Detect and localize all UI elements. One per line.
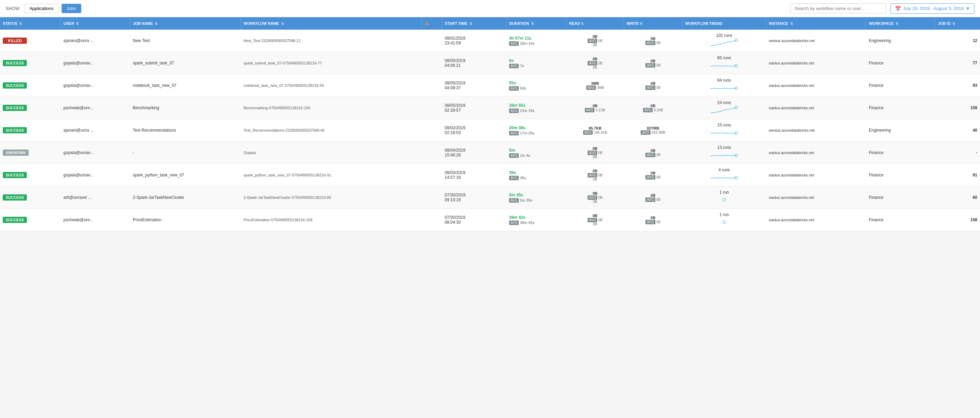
- duration-value: 6s: [509, 58, 563, 63]
- col-job-id[interactable]: JOB ID ⇅: [935, 17, 980, 30]
- col-start-time[interactable]: START TIME ⇅: [442, 17, 506, 30]
- chevron-down-icon: ▼: [966, 6, 970, 11]
- status-badge: SUCCESS: [3, 60, 27, 66]
- duration-cell: 38s AVG45s: [506, 164, 566, 187]
- job-name-cell: PriceEstimation: [130, 209, 241, 231]
- table-row[interactable]: SUCCESS sjanani@unra ... Test Recommenda…: [0, 119, 980, 142]
- duration-cell: 4h 57m 11s AVG29m 14s: [506, 30, 566, 52]
- table-row[interactable]: SUCCESS arti@unravel ... 2-Spark-JarTask…: [0, 187, 980, 209]
- trend-cell: 15 runs: [682, 119, 766, 142]
- user-cell: gopala@unrav...: [60, 52, 130, 75]
- status-badge: UNKNOWN: [3, 150, 29, 156]
- duration-value: 38s: [509, 170, 563, 175]
- start-time-cell: 08/05/201902:39:57: [442, 97, 506, 119]
- warn-cell: [422, 142, 442, 164]
- table-row[interactable]: SUCCESS gopala@unrav... spark_submit_tas…: [0, 52, 980, 75]
- top-bar: SHOW Applications Jobs 📅 July 29, 2019 -…: [0, 0, 980, 17]
- duration-value: 20m 48s: [509, 125, 563, 130]
- duration-avg: AVG7s: [509, 64, 563, 68]
- read-avg: AVG0B: [569, 38, 621, 43]
- trend-sparkline: [685, 218, 763, 227]
- read-avg: AVG3.1GB: [569, 108, 621, 112]
- write-value: 0B: [627, 81, 679, 85]
- col-workspace[interactable]: WORKSPACE ⇅: [866, 17, 935, 30]
- job-name-cell: Benchmarking: [130, 97, 241, 119]
- jobs-button[interactable]: Jobs: [62, 4, 81, 13]
- date-picker[interactable]: 📅 July 29, 2019 - August 5, 2019 ▼: [891, 3, 975, 14]
- col-job-name[interactable]: JOB NAME ⇅: [130, 17, 241, 30]
- table-header-row: STATUS ⇅ USER ⇅ JOB NAME ⇅ WORKFLOW NAME…: [0, 17, 980, 30]
- start-time-cell: 08/02/201902:18:03: [442, 119, 506, 142]
- user-cell: pschwab@unr...: [60, 209, 130, 231]
- trend-cell: 24 runs: [682, 97, 766, 119]
- trend-sparkline: [685, 61, 763, 71]
- trend-runs: 4 runs: [685, 168, 763, 172]
- write-avg: AVG0B: [627, 220, 679, 224]
- calendar-icon: 📅: [895, 6, 901, 11]
- trend-cell: 4 runs: [682, 164, 766, 187]
- write-value: 827MB: [627, 126, 679, 130]
- duration-cell: 6s AVG7s: [506, 52, 566, 75]
- warn-cell: [422, 52, 442, 75]
- table-row[interactable]: SUCCESS pschwab@unr... PriceEstimation P…: [0, 209, 980, 231]
- write-avg: AVG0B: [627, 63, 679, 67]
- col-duration[interactable]: DURATION ⇅: [506, 17, 566, 30]
- read-value: 0B: [569, 214, 621, 218]
- read-avg: AVG3MB: [569, 85, 621, 90]
- read-cell: 3MB AVG3MB: [566, 75, 624, 97]
- read-cell: 0B AVG0B 0B: [566, 209, 624, 231]
- status-cell: SUCCESS: [0, 164, 60, 187]
- col-status[interactable]: STATUS ⇅: [0, 17, 60, 30]
- status-cell: SUCCESS: [0, 97, 60, 119]
- read-avg: AVG0B: [569, 218, 621, 222]
- instance-cell: eastus.azuredatabricks.net: [766, 75, 866, 97]
- read-avg2: 0B: [569, 43, 621, 47]
- user-cell: pschwab@unr...: [60, 97, 130, 119]
- write-value: 0B: [627, 171, 679, 175]
- warn-cell: [422, 187, 442, 209]
- col-instance[interactable]: INSTANCE ⇅: [766, 17, 866, 30]
- start-time-cell: 08/05/201904:06:21: [442, 52, 506, 75]
- duration-avg: AVG23m 19s: [509, 108, 563, 113]
- col-workflow-trend[interactable]: WORKFLOW TREND: [682, 17, 766, 30]
- table-row[interactable]: SUCCESS gopala@unrav... notebook_task_ne…: [0, 75, 980, 97]
- instance-cell: eastus.azuredatabricks.net: [766, 97, 866, 119]
- trend-sparkline: [685, 173, 763, 183]
- workspace-cell: Finance: [866, 52, 935, 75]
- trend-runs: 13 runs: [685, 145, 763, 150]
- start-time-cell: 08/01/201923:41:59: [442, 30, 506, 52]
- table-row[interactable]: KILLED sjanani@unra ... New Test New_Tes…: [0, 30, 980, 52]
- start-time-cell: 08/05/201904:08:37: [442, 75, 506, 97]
- job-name-cell: spark_python_task_new_07: [130, 164, 241, 187]
- trend-cell: 1 run: [682, 209, 766, 231]
- workspace-cell: Finance: [866, 209, 935, 231]
- col-write[interactable]: WRITE⇅: [624, 17, 682, 30]
- applications-button[interactable]: Applications: [24, 4, 59, 13]
- jobid-cell: 158: [935, 209, 980, 231]
- trend-sparkline: [685, 39, 763, 48]
- trend-sparkline: [685, 129, 763, 138]
- search-input[interactable]: [790, 3, 886, 13]
- col-user[interactable]: USER ⇅: [60, 17, 130, 30]
- warn-cell: [422, 209, 442, 231]
- read-value: 0B: [569, 35, 621, 38]
- duration-cell: 5m 35s AVG5m 35s: [506, 187, 566, 209]
- write-cell: 0B AVG0B: [624, 52, 682, 75]
- table-row[interactable]: UNKNOWN gopala@unrav... - Gopala 08/04/2…: [0, 142, 980, 164]
- read-cell: 0B AVG0B 0B: [566, 52, 624, 75]
- trend-cell: 84 runs: [682, 75, 766, 97]
- write-avg: AVG0B: [627, 198, 679, 202]
- status-badge: SUCCESS: [3, 82, 27, 89]
- trend-runs: 102 runs: [685, 33, 763, 38]
- col-read[interactable]: READ⇅: [566, 17, 624, 30]
- instance-cell: eastus.azuredatabricks.net: [766, 52, 866, 75]
- user-cell: arti@unravel ...: [60, 187, 130, 209]
- table-row[interactable]: SUCCESS pschwab@unr... Benchmarking Benc…: [0, 97, 980, 119]
- write-cell: 827MB AVG433.3MB: [624, 119, 682, 142]
- read-avg2: 0B: [569, 222, 621, 226]
- col-workflow-name[interactable]: WORKFLOW NAME ⇅: [241, 17, 422, 30]
- table-row[interactable]: SUCCESS gopala@unrav... spark_python_tas…: [0, 164, 980, 187]
- write-avg: AVG0B: [627, 41, 679, 45]
- duration-value: 55s: [509, 81, 563, 85]
- jobid-cell: -: [935, 142, 980, 164]
